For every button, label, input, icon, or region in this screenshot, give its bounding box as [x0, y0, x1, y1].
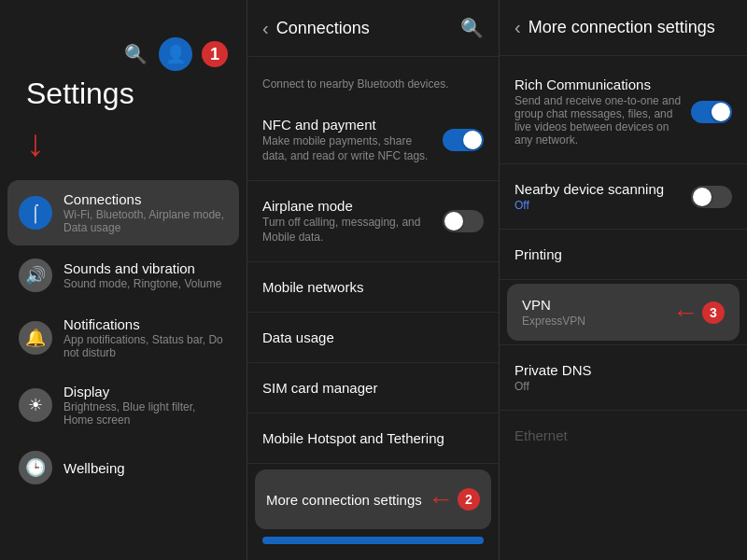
printing-title: Printing [514, 246, 732, 262]
wellbeing-icon: 🕒 [19, 451, 52, 484]
arrow-left-vpn-icon: ← [672, 298, 698, 328]
mcs-divider2 [500, 229, 747, 230]
mcs-list: Rich Communications Send and receive one… [500, 56, 747, 560]
sounds-title: Sounds and vibration [63, 260, 228, 276]
mcs-header: ‹ More connection settings [500, 0, 747, 56]
bluetooth-top-item: Connect to nearby Bluetooth devices. [247, 64, 499, 104]
search-icon[interactable]: 🔍 [460, 17, 484, 39]
nfc-title: NFC and payment [262, 117, 435, 133]
hotspot-item[interactable]: Mobile Hotspot and Tethering [247, 417, 499, 459]
settings-panel: 🔍 👤 1 Settings ↓ ⌠ Connections Wi-Fi, Bl… [0, 0, 247, 560]
rich-comms-toggle[interactable] [691, 101, 732, 123]
mobile-networks-item[interactable]: Mobile networks [247, 266, 499, 308]
more-settings-title: More connection settings [266, 492, 422, 508]
mcs-divider1 [500, 163, 747, 164]
private-dns-item[interactable]: Private DNS Off [500, 349, 747, 406]
printing-item[interactable]: Printing [500, 233, 747, 275]
airplane-item[interactable]: Airplane mode Turn off calling, messagin… [247, 185, 499, 258]
sidebar-item-notifications[interactable]: 🔔 Notifications App notifications, Statu… [7, 305, 239, 371]
nearby-scanning-item[interactable]: Nearby device scanning Off [500, 168, 747, 225]
connections-title: Connections [63, 191, 228, 207]
notif-icon: 🔔 [19, 321, 52, 355]
divider5 [247, 413, 499, 413]
private-dns-status: Off [514, 380, 732, 393]
nearby-scanning-status: Off [514, 199, 684, 212]
nfc-item[interactable]: NFC and payment Make mobile payments, sh… [247, 104, 499, 176]
rich-comms-item[interactable]: Rich Communications Send and receive one… [500, 63, 747, 160]
sidebar-item-wellbeing[interactable]: 🕒 Wellbeing [7, 440, 239, 496]
divider2 [247, 261, 499, 262]
sound-icon: 🔊 [19, 259, 52, 292]
sounds-subtitle: Sound mode, Ringtone, Volume [63, 277, 228, 290]
ethernet-item[interactable]: Ethernet [500, 414, 747, 456]
mobile-networks-title: Mobile networks [262, 279, 484, 295]
nearby-scanning-toggle[interactable] [691, 186, 732, 208]
airplane-toggle[interactable] [443, 210, 484, 232]
ethernet-title: Ethernet [514, 427, 732, 443]
more-connection-settings-panel: ‹ More connection settings Rich Communic… [500, 0, 747, 560]
connections-panel: ‹ Connections 🔍 Connect to nearby Blueto… [247, 0, 500, 560]
rich-comms-title: Rich Communications [514, 77, 684, 92]
mcs-divider5 [500, 410, 747, 411]
sidebar-item-sounds[interactable]: 🔊 Sounds and vibration Sound mode, Ringt… [7, 247, 239, 303]
nfc-toggle[interactable] [443, 129, 484, 151]
airplane-title: Airplane mode [262, 198, 435, 214]
wifi-icon: ⌠ [19, 196, 52, 230]
connections-panel-title: Connections [276, 19, 370, 38]
connections-subtitle: Wi-Fi, Bluetooth, Airplane mode, Data us… [63, 208, 228, 234]
wellbeing-title: Wellbeing [63, 460, 228, 476]
vpn-title: VPN [522, 297, 669, 313]
more-connection-settings-item[interactable]: More connection settings ← 2 [255, 469, 491, 529]
connections-list: Connect to nearby Bluetooth devices. NFC… [247, 57, 499, 560]
sidebar-item-connections[interactable]: ⌠ Connections Wi-Fi, Bluetooth, Airplane… [7, 180, 239, 245]
mcs-panel-title: More connection settings [529, 18, 715, 37]
notif-subtitle: App notifications, Status bar, Do not di… [63, 333, 228, 359]
arrow-left-icon: ← [428, 484, 454, 514]
private-dns-title: Private DNS [514, 362, 732, 378]
settings-list: ⌠ Connections Wi-Fi, Bluetooth, Airplane… [0, 180, 247, 560]
display-title: Display [63, 384, 228, 399]
sidebar-item-display[interactable]: ☀ Display Brightness, Blue light filter,… [7, 372, 239, 438]
settings-header: 🔍 👤 1 Settings ↓ [0, 0, 247, 180]
mcs-divider3 [500, 279, 747, 280]
vpn-item[interactable]: VPN ExpressVPN ← 3 [507, 284, 740, 341]
blue-scroll-bar [262, 537, 484, 544]
step3-badge: 3 [702, 301, 725, 324]
step2-badge: 2 [458, 488, 480, 511]
divider [247, 180, 499, 181]
divider4 [247, 362, 499, 363]
notif-title: Notifications [63, 316, 228, 332]
hotspot-title: Mobile Hotspot and Tethering [262, 430, 484, 446]
sim-item[interactable]: SIM card manager [247, 367, 499, 409]
data-usage-title: Data usage [262, 329, 484, 345]
mcs-divider4 [500, 344, 747, 345]
rich-comms-subtitle: Send and receive one-to-one and group ch… [514, 94, 684, 147]
divider6 [247, 463, 499, 464]
airplane-subtitle: Turn off calling, messaging, and Mobile … [262, 216, 435, 245]
nearby-scanning-title: Nearby device scanning [514, 181, 684, 197]
nfc-subtitle: Make mobile payments, share data, and re… [262, 134, 435, 163]
settings-title: Settings [26, 77, 134, 111]
step1-badge: 1 [202, 41, 228, 67]
arrow-down-icon: ↓ [26, 124, 45, 161]
vpn-subtitle: ExpressVPN [522, 315, 669, 328]
back-icon-right[interactable]: ‹ [514, 17, 521, 38]
search-icon[interactable]: 🔍 [124, 43, 148, 65]
user-avatar[interactable]: 👤 [159, 37, 192, 71]
connections-header: ‹ Connections 🔍 [247, 0, 499, 57]
divider3 [247, 312, 499, 313]
display-icon: ☀ [19, 388, 52, 422]
sim-title: SIM card manager [262, 380, 484, 396]
data-usage-item[interactable]: Data usage [247, 316, 499, 358]
display-subtitle: Brightness, Blue light filter, Home scre… [63, 400, 228, 427]
back-icon[interactable]: ‹ [262, 18, 269, 39]
bluetooth-top-text: Connect to nearby Bluetooth devices. [262, 77, 484, 91]
